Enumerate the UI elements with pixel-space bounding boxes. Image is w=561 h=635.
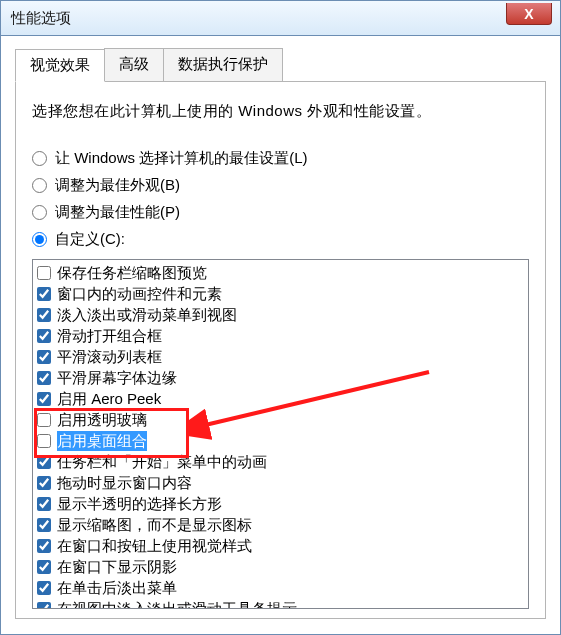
list-checkbox[interactable] [37,350,51,364]
radio-input[interactable] [32,151,47,166]
list-checkbox[interactable] [37,413,51,427]
client-area: 视觉效果 高级 数据执行保护 选择您想在此计算机上使用的 Windows 外观和… [0,36,561,635]
radio-best-performance[interactable]: 调整为最佳性能(P) [32,203,529,222]
list-checkbox[interactable] [37,308,51,322]
list-checkbox[interactable] [37,497,51,511]
titlebar: 性能选项 X [0,0,561,36]
list-item-label: 启用 Aero Peek [57,389,161,409]
list-item-label: 显示缩略图，而不是显示图标 [57,515,252,535]
list-item-label: 启用桌面组合 [57,431,147,451]
list-item-label: 任务栏和「开始」菜单中的动画 [57,452,267,472]
list-item[interactable]: 启用桌面组合 [37,430,526,451]
tab-visual-effects[interactable]: 视觉效果 [15,49,105,82]
list-checkbox[interactable] [37,434,51,448]
radio-group: 让 Windows 选择计算机的最佳设置(L) 调整为最佳外观(B) 调整为最佳… [32,149,529,249]
list-checkbox[interactable] [37,476,51,490]
close-icon: X [524,6,533,22]
list-item[interactable]: 拖动时显示窗口内容 [37,472,526,493]
list-item-label: 淡入淡出或滑动菜单到视图 [57,305,237,325]
list-item[interactable]: 平滑滚动列表框 [37,346,526,367]
radio-label: 调整为最佳性能(P) [55,203,180,222]
tab-dep[interactable]: 数据执行保护 [163,48,283,81]
radio-label: 让 Windows 选择计算机的最佳设置(L) [55,149,308,168]
list-item[interactable]: 显示半透明的选择长方形 [37,493,526,514]
tab-content: 选择您想在此计算机上使用的 Windows 外观和性能设置。 让 Windows… [15,82,546,619]
intro-text: 选择您想在此计算机上使用的 Windows 外观和性能设置。 [32,102,529,121]
radio-input[interactable] [32,178,47,193]
list-item-label: 在单击后淡出菜单 [57,578,177,598]
radio-custom[interactable]: 自定义(C): [32,230,529,249]
list-checkbox[interactable] [37,329,51,343]
list-item[interactable]: 启用 Aero Peek [37,388,526,409]
list-item[interactable]: 在窗口下显示阴影 [37,556,526,577]
list-item-label: 在视图中淡入淡出或滑动工具条提示 [57,599,297,610]
list-checkbox[interactable] [37,539,51,553]
list-checkbox[interactable] [37,560,51,574]
tab-label: 高级 [119,55,149,72]
tab-label: 数据执行保护 [178,55,268,72]
radio-label: 调整为最佳外观(B) [55,176,180,195]
list-checkbox[interactable] [37,455,51,469]
list-checkbox[interactable] [37,518,51,532]
close-button[interactable]: X [506,3,552,25]
list-item-label: 在窗口下显示阴影 [57,557,177,577]
tab-label: 视觉效果 [30,56,90,73]
performance-options-window: 性能选项 X 视觉效果 高级 数据执行保护 选择您想在此计算机上使用的 Wind… [0,0,561,635]
radio-let-windows[interactable]: 让 Windows 选择计算机的最佳设置(L) [32,149,529,168]
radio-label: 自定义(C): [55,230,125,249]
radio-input[interactable] [32,205,47,220]
list-item-label: 显示半透明的选择长方形 [57,494,222,514]
list-checkbox[interactable] [37,287,51,301]
window-title: 性能选项 [11,9,71,28]
radio-input[interactable] [32,232,47,247]
list-item[interactable]: 窗口内的动画控件和元素 [37,283,526,304]
list-item-label: 在窗口和按钮上使用视觉样式 [57,536,252,556]
list-item[interactable]: 保存任务栏缩略图预览 [37,262,526,283]
list-item[interactable]: 在单击后淡出菜单 [37,577,526,598]
tabstrip: 视觉效果 高级 数据执行保护 [15,48,546,82]
list-item-label: 窗口内的动画控件和元素 [57,284,222,304]
list-item-label: 拖动时显示窗口内容 [57,473,192,493]
list-item[interactable]: 滑动打开组合框 [37,325,526,346]
list-item[interactable]: 任务栏和「开始」菜单中的动画 [37,451,526,472]
list-item-label: 滑动打开组合框 [57,326,162,346]
list-item[interactable]: 启用透明玻璃 [37,409,526,430]
tab-advanced[interactable]: 高级 [104,48,164,81]
list-checkbox[interactable] [37,581,51,595]
visual-effects-list[interactable]: 保存任务栏缩略图预览窗口内的动画控件和元素淡入淡出或滑动菜单到视图滑动打开组合框… [32,259,529,609]
list-checkbox[interactable] [37,266,51,280]
list-item[interactable]: 在窗口和按钮上使用视觉样式 [37,535,526,556]
list-item[interactable]: 在视图中淡入淡出或滑动工具条提示 [37,598,526,609]
list-item[interactable]: 显示缩略图，而不是显示图标 [37,514,526,535]
radio-best-appearance[interactable]: 调整为最佳外观(B) [32,176,529,195]
list-item-label: 启用透明玻璃 [57,410,147,430]
list-checkbox[interactable] [37,371,51,385]
list-item[interactable]: 平滑屏幕字体边缘 [37,367,526,388]
list-item-label: 平滑滚动列表框 [57,347,162,367]
list-item[interactable]: 淡入淡出或滑动菜单到视图 [37,304,526,325]
list-item-label: 保存任务栏缩略图预览 [57,263,207,283]
list-item-label: 平滑屏幕字体边缘 [57,368,177,388]
list-checkbox[interactable] [37,392,51,406]
list-checkbox[interactable] [37,602,51,610]
